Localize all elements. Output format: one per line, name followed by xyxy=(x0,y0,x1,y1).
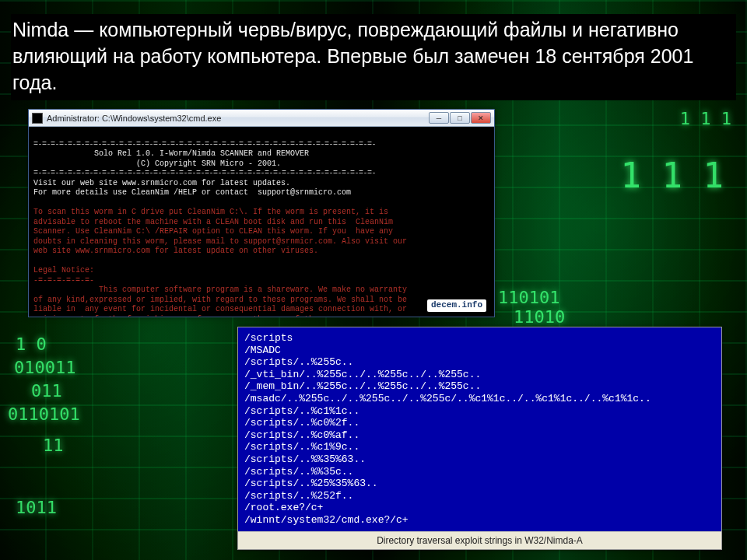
cmd-title: Administrator: C:\Windows\system32\cmd.e… xyxy=(47,114,429,123)
binary-deco: 1 1 1 xyxy=(680,109,731,128)
cmd-warning: To scan this worm in C drive put CleanNi… xyxy=(33,208,388,216)
exploit-line: /scripts/..%252f.. xyxy=(244,490,353,502)
binary-deco: 110101 xyxy=(498,288,559,307)
cmd-icon xyxy=(32,113,43,124)
exploit-line: /scripts/..%%35%63.. xyxy=(244,453,366,465)
cmd-warning: web site www.srnmicro.com for latest upd… xyxy=(33,247,318,255)
cmd-body: =-=-=-=-=-=-=-=-=-=-=-=-=-=-=-=-=-=-=-=-… xyxy=(29,127,494,317)
legal-line: of any kind,expressed or implied, with r… xyxy=(33,296,407,304)
binary-deco: 1011 xyxy=(16,498,57,517)
exploit-line: /msadc/..%255c../..%255c../..%255c/..%c1… xyxy=(244,393,651,404)
exploit-line: /MSADC xyxy=(244,345,281,356)
exploit-line: /winnt/system32/cmd.exe?/c+ xyxy=(244,514,409,526)
cmd-warning: Scanner. Use CleanNim C:\ /REPAIR option… xyxy=(33,227,393,236)
legal-line: arising out of, the furnishing, performa… xyxy=(33,315,365,317)
exploit-line: /scripts/..%c0%af.. xyxy=(244,429,359,441)
watermark: decem.info xyxy=(427,299,486,312)
legal-header: Legal Notice: xyxy=(33,266,94,275)
exploit-line: /scripts/..%%35c.. xyxy=(244,466,353,478)
cmd-line: Visit our web site www.srnmicro.com for … xyxy=(33,179,290,187)
binary-deco: 11 xyxy=(43,436,64,455)
exploit-window: /scripts /MSADC /scripts/..%255c.. /_vti… xyxy=(237,327,722,550)
cmd-line: Solo Rel 1.0. I-Worm/Nimda SCANNER and R… xyxy=(33,149,309,158)
exploit-line: /scripts xyxy=(244,332,293,344)
maximize-button[interactable]: □ xyxy=(450,112,470,124)
minimize-button[interactable]: ─ xyxy=(429,112,449,124)
binary-deco: 1 1 1 xyxy=(621,156,724,195)
legal-line: This computer software program is a shar… xyxy=(33,285,407,294)
binary-deco: 010011 xyxy=(14,358,75,377)
exploit-line: /_mem_bin/..%255c../..%255c../..%255c.. xyxy=(244,380,481,392)
exploit-line: /scripts/..%c1%1c.. xyxy=(244,405,359,417)
cmd-warning: advisable to reboot the machine with a C… xyxy=(33,218,393,226)
separator: =-=-=-=-=-=-=-=-=-=-=-=-=-=-=-=-=-=-=-=-… xyxy=(33,140,376,149)
exploit-line: /scripts/..%25%35%63.. xyxy=(244,478,378,489)
exploit-line: /scripts/..%255c.. xyxy=(244,356,353,368)
exploit-line: /root.exe?/c+ xyxy=(244,502,323,513)
binary-deco: 0110101 xyxy=(8,404,80,424)
binary-deco: 1 0 xyxy=(16,334,47,354)
exploit-line: /_vti_bin/..%255c../..%255c../..%255c.. xyxy=(244,369,481,380)
page-description: Nimda — компьютерный червь/вирус, повреж… xyxy=(11,14,736,100)
cmd-window: Administrator: C:\Windows\system32\cmd.e… xyxy=(28,109,495,317)
cmd-warning: doubts in cleaning this worm, please mai… xyxy=(33,237,407,246)
binary-deco: 011 xyxy=(31,381,62,401)
exploit-body: /scripts /MSADC /scripts/..%255c.. /_vti… xyxy=(238,327,721,531)
cmd-line: For more details use CleanNim /HELP or c… xyxy=(33,188,351,197)
cmd-titlebar[interactable]: Administrator: C:\Windows\system32\cmd.e… xyxy=(29,110,494,127)
exploit-caption: Directory traversal exploit strings in W… xyxy=(238,531,721,549)
legal-sep: -=-=-=-=-=-=- xyxy=(33,276,94,285)
exploit-line: /scripts/..%c0%2f.. xyxy=(244,417,359,429)
binary-deco: 11010 xyxy=(514,307,565,327)
close-button[interactable]: ✕ xyxy=(471,112,491,124)
cmd-line: (C) Copyright SRN Micro - 2001. xyxy=(33,159,281,168)
legal-line: liable in any event for incidental or co… xyxy=(33,305,407,313)
exploit-line: /scripts/..%c1%9c.. xyxy=(244,441,359,453)
separator: =-=-=-=-=-=-=-=-=-=-=-=-=-=-=-=-=-=-=-=-… xyxy=(33,169,376,177)
